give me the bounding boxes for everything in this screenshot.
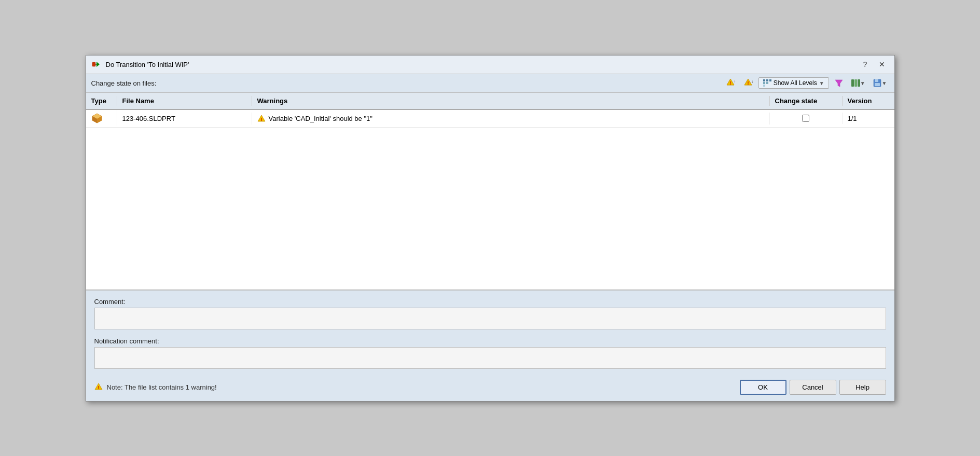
notification-comment-field[interactable] — [94, 347, 886, 369]
cell-warnings: ! Variable 'CAD_Initial' should be "1" — [252, 113, 770, 125]
dialog-do-transition: Do Transition 'To Initial WIP' ? ✕ Chang… — [86, 55, 895, 402]
svg-marker-15 — [835, 80, 843, 87]
table-header: Type File Name Warnings Change state Ver… — [86, 93, 894, 110]
svg-rect-12 — [763, 82, 765, 84]
show-levels-dropdown-arrow: ▼ — [819, 80, 824, 86]
ok-button[interactable]: OK — [740, 380, 786, 395]
columns-dropdown-arrow: ▼ — [860, 80, 865, 86]
sort-warnings-asc-button[interactable]: ! ↑ — [723, 77, 738, 89]
help-window-button[interactable]: ? — [858, 59, 873, 70]
svg-text:!: ! — [260, 117, 262, 122]
comment-label: Comment: — [94, 298, 886, 306]
bottom-section: Comment: Notification comment: ! Note: T… — [86, 290, 894, 401]
note-area: ! Note: The file list contains 1 warning… — [94, 383, 217, 392]
toolbar-right: ! ↑ ! ↓ — [723, 77, 889, 89]
save-button[interactable]: ▼ — [871, 77, 889, 89]
warning-text: Variable 'CAD_Initial' should be "1" — [269, 115, 372, 122]
save-dropdown-arrow: ▼ — [882, 80, 887, 86]
columns-button[interactable]: ▼ — [849, 77, 867, 89]
show-all-levels-label: Show All Levels — [774, 79, 817, 87]
table-row: 123-406.SLDPRT ! Variable 'CAD_Initial' … — [86, 110, 894, 128]
part-file-icon — [91, 113, 103, 124]
col-filename: File Name — [117, 96, 252, 106]
action-buttons: OK Cancel Help — [740, 380, 886, 395]
warning-triangle-icon: ! — [257, 115, 266, 122]
transition-icon — [91, 59, 102, 70]
svg-text:!: ! — [747, 80, 749, 86]
notification-label: Notification comment: — [94, 337, 886, 345]
svg-rect-16 — [851, 79, 854, 87]
svg-rect-11 — [769, 79, 771, 81]
comment-field[interactable] — [94, 308, 886, 329]
svg-rect-14 — [763, 85, 765, 87]
svg-text:!: ! — [98, 385, 99, 390]
bottom-actions: ! Note: The file list contains 1 warning… — [94, 380, 886, 395]
toolbar: Change state on files: ! ↑ ! ↓ — [86, 74, 894, 93]
toolbar-label: Change state on files: — [91, 79, 157, 87]
svg-rect-9 — [763, 79, 765, 81]
svg-text:↑: ↑ — [734, 79, 736, 84]
file-table: Type File Name Warnings Change state Ver… — [86, 93, 894, 290]
show-all-levels-button[interactable]: Show All Levels ▼ — [758, 77, 829, 89]
note-warning-icon: ! — [94, 383, 103, 392]
title-bar: Do Transition 'To Initial WIP' ? ✕ — [86, 56, 894, 74]
note-text: Note: The file list contains 1 warning! — [107, 383, 217, 391]
svg-rect-17 — [854, 79, 857, 87]
svg-rect-20 — [875, 79, 878, 82]
help-button[interactable]: Help — [839, 380, 886, 395]
svg-rect-21 — [875, 83, 880, 86]
title-bar-right: ? ✕ — [858, 59, 889, 70]
sort-warnings-desc-button[interactable]: ! ↓ — [741, 77, 755, 89]
svg-rect-13 — [766, 82, 768, 84]
cell-filename: 123-406.SLDPRT — [117, 113, 252, 125]
dialog-title: Do Transition 'To Initial WIP' — [106, 61, 189, 68]
cell-version: 1/1 — [843, 113, 894, 125]
svg-marker-1 — [96, 62, 100, 67]
svg-text:↓: ↓ — [751, 79, 753, 84]
col-version: Version — [843, 96, 894, 106]
svg-rect-0 — [92, 62, 95, 66]
title-bar-left: Do Transition 'To Initial WIP' — [91, 59, 189, 70]
change-state-checkbox[interactable] — [802, 115, 809, 122]
col-warnings: Warnings — [252, 96, 770, 106]
filter-button[interactable] — [832, 77, 846, 89]
close-window-button[interactable]: ✕ — [875, 59, 889, 70]
svg-rect-10 — [766, 79, 768, 81]
cancel-button[interactable]: Cancel — [790, 380, 836, 395]
cell-change-state[interactable] — [770, 113, 843, 124]
cell-type — [86, 110, 117, 126]
col-type: Type — [86, 96, 117, 106]
svg-text:!: ! — [729, 80, 731, 86]
col-change-state: Change state — [770, 96, 843, 106]
